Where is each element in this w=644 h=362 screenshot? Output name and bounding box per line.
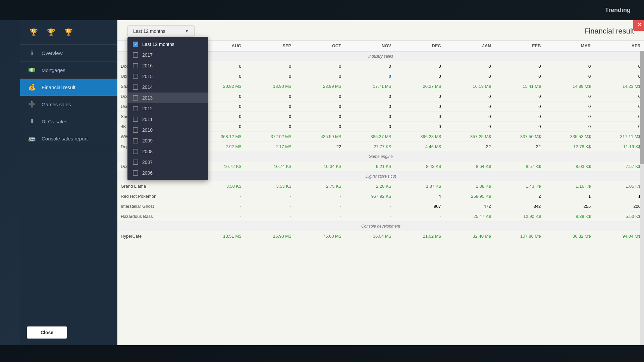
- dropdown-item-2006[interactable]: 2006: [127, 168, 208, 178]
- col-oct: OCT: [294, 41, 344, 51]
- table-row: Interstellar Ghost - - - - 907 472 342 2…: [117, 201, 644, 212]
- money-icon: 💰: [27, 83, 37, 91]
- cell: 907: [394, 201, 444, 212]
- sidebar-icon-2[interactable]: 🏆: [44, 25, 58, 39]
- sidebar-item-console-sales[interactable]: 🚌 Console sales report: [20, 130, 117, 147]
- cell: 2.28 K$: [344, 181, 394, 191]
- period-dropdown[interactable]: Last 12 months ▼ Last 12 months 2017: [127, 25, 195, 37]
- dropdown-item-2009[interactable]: 2009: [127, 135, 208, 146]
- cell: 0: [294, 71, 344, 81]
- cell: 13.51 M$: [195, 231, 245, 241]
- cell: 0: [494, 102, 544, 112]
- cell: 36.04 M$: [344, 231, 394, 241]
- cell: 10.34 K$: [294, 162, 344, 172]
- cell: 0: [544, 112, 594, 122]
- close-x-button[interactable]: ✕: [633, 20, 644, 31]
- table-row: Console development: [117, 222, 644, 231]
- row-name: Grand Llama: [117, 181, 195, 191]
- cell: 0: [245, 122, 294, 132]
- dropdown-item-last12[interactable]: Last 12 months: [127, 39, 208, 50]
- sidebar-item-label: DLCs sales: [42, 119, 67, 124]
- cell: -: [245, 201, 294, 212]
- row-name: Hazardous Bass: [117, 212, 195, 222]
- financial-header: Last 12 months ▼ Last 12 months 2017: [117, 20, 644, 41]
- row-name: HyperCafe: [117, 231, 195, 241]
- dropdown-item-label: 2013: [142, 95, 153, 101]
- cell: 1.16 K$: [544, 181, 594, 191]
- top-bar-title: Trending: [605, 7, 631, 14]
- checkbox-2007: [133, 160, 138, 165]
- col-apr: APR: [594, 41, 644, 51]
- cell: 0: [594, 122, 644, 132]
- dropdown-item-2012[interactable]: 2012: [127, 103, 208, 114]
- cell: -: [344, 201, 394, 212]
- cell: 435.59 M$: [294, 132, 344, 142]
- dropdown-item-label: 2016: [142, 63, 153, 68]
- dropdown-item-2013[interactable]: 2013: [127, 93, 208, 103]
- dropdown-item-2007[interactable]: 2007: [127, 157, 208, 168]
- cell: 0: [544, 122, 594, 132]
- close-button[interactable]: Close: [27, 326, 67, 339]
- cell: 4: [394, 191, 444, 201]
- dropdown-item-2008[interactable]: 2008: [127, 146, 208, 157]
- checkbox-2006: [133, 170, 138, 176]
- sidebar-item-mortgages[interactable]: 💵 Mortgages: [20, 62, 117, 79]
- bottom-bar: [0, 345, 644, 362]
- dropdown-item-2010[interactable]: 2010: [127, 125, 208, 135]
- cell: 36.32 M$: [544, 231, 594, 241]
- cell: 2.75 K$: [294, 181, 344, 191]
- scrollbar-thumb[interactable]: [640, 44, 644, 164]
- sidebar-icon-3[interactable]: 🏆: [62, 25, 75, 39]
- cell: 1: [594, 191, 644, 201]
- cell: 0: [294, 122, 344, 132]
- cell: 0: [344, 122, 394, 132]
- dropdown-item-label: 2010: [142, 127, 153, 133]
- cell: 0: [294, 61, 344, 71]
- cell: 0: [394, 112, 444, 122]
- checkbox-2012: [133, 106, 138, 111]
- cell: 22: [444, 142, 494, 152]
- cell: 0: [544, 61, 594, 71]
- cell: 32.40 M$: [444, 231, 494, 241]
- col-feb: FEB: [494, 41, 544, 51]
- sidebar-item-financial-result[interactable]: 💰 Financial result: [20, 79, 117, 96]
- dropdown-item-2014[interactable]: 2014: [127, 82, 208, 93]
- checkbox-2015: [133, 74, 138, 79]
- bus-icon: 🚌: [27, 135, 37, 142]
- dropdown-item-2015[interactable]: 2015: [127, 71, 208, 82]
- cell: 11.19 K$: [594, 142, 644, 152]
- cell: 12.78 K$: [544, 142, 594, 152]
- cell: -: [294, 191, 344, 201]
- cell: 5.53 K$: [594, 212, 644, 222]
- cell: 2.17 M$: [245, 142, 294, 152]
- main-content: ✕ Last 12 months ▼ Last 12 months 2: [117, 20, 644, 345]
- cell: 1: [544, 191, 594, 201]
- dropdown-selected-label: Last 12 months: [133, 28, 165, 34]
- chevron-down-icon: ▼: [185, 29, 189, 34]
- cell: 25.47 K$: [444, 212, 494, 222]
- sidebar-item-dlcs-sales[interactable]: ⬆ DLCs sales: [20, 113, 117, 130]
- dropdown-item-label: 2012: [142, 106, 153, 111]
- cell: 335.53 M$: [544, 132, 594, 142]
- table-row: Grand Llama 3.50 K$ 3.53 K$ 2.75 K$ 2.28…: [117, 181, 644, 191]
- cell: 9.21 K$: [344, 162, 394, 172]
- cell: 0: [394, 102, 444, 112]
- sidebar-item-games-sales[interactable]: ➕ Games sales: [20, 96, 117, 113]
- cell: 1.05 K$: [594, 181, 644, 191]
- sidebar-item-overview[interactable]: ℹ Overview: [20, 45, 117, 62]
- cell: 342: [494, 201, 544, 212]
- cell: 472: [444, 201, 494, 212]
- cell: 8.57 K$: [494, 162, 544, 172]
- dropdown-item-2016[interactable]: 2016: [127, 60, 208, 71]
- cell: 0: [444, 71, 494, 81]
- cell: 0: [494, 71, 544, 81]
- dropdown-item-2017[interactable]: 2017: [127, 50, 208, 60]
- sidebar-icon-1[interactable]: 🏆: [27, 25, 40, 39]
- scrollbar-track[interactable]: [640, 44, 644, 345]
- col-mar: MAR: [544, 41, 594, 51]
- dropdown-trigger[interactable]: Last 12 months ▼: [127, 25, 195, 37]
- cell: 372.92 M$: [245, 132, 294, 142]
- sidebar-item-label: Financial result: [42, 84, 75, 90]
- dropdown-item-2011[interactable]: 2011: [127, 114, 208, 125]
- checkbox-2016: [133, 63, 138, 68]
